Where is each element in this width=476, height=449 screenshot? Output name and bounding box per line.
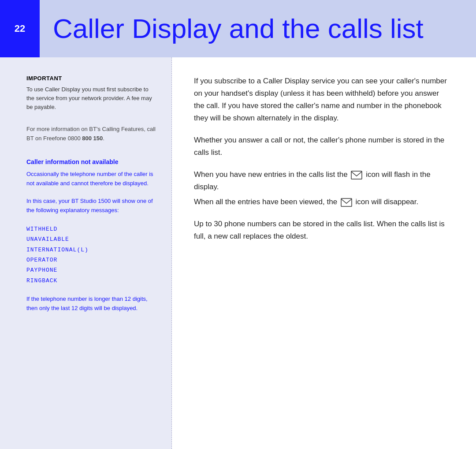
right-column: If you subscribe to a Caller Display ser… <box>172 57 476 449</box>
code-withheld: WITHHELD <box>26 224 156 234</box>
page-number: 22 <box>0 0 40 57</box>
svg-rect-0 <box>351 171 362 179</box>
code-payphone: PAYPHONE <box>26 265 156 275</box>
right-para-4: When all the entries have been viewed, t… <box>194 196 450 208</box>
code-ringback: RINGBACK <box>26 276 156 286</box>
important-text: To use Caller Display you must first sub… <box>26 85 156 112</box>
code-unavailable: UNAVAILABLE <box>26 234 156 244</box>
right-para-1: If you subscribe to a Caller Display ser… <box>194 75 450 124</box>
bt-info-text: For more information on BT's Calling Fea… <box>26 125 156 142</box>
left-column: IMPORTANT To use Caller Display you must… <box>0 57 172 449</box>
bt-number: 800 150 <box>82 135 103 142</box>
content-area: IMPORTANT To use Caller Display you must… <box>0 57 476 449</box>
para4-after: icon will disappear. <box>353 198 418 206</box>
code-operator: OPERATOR <box>26 255 156 265</box>
para4-before: When all the entries have been viewed, t… <box>194 198 339 206</box>
caller-info-text-2: In this case, your BT Studio 1500 will s… <box>26 197 156 215</box>
envelope-icon-2 <box>341 198 352 207</box>
telephone-note: If the telephone number is longer than 1… <box>26 295 156 313</box>
important-label: IMPORTANT <box>26 75 156 82</box>
bt-period: . <box>103 135 104 142</box>
right-para-5: Up to 30 phone numbers can be stored in … <box>194 218 450 243</box>
caller-info-heading: Caller information not available <box>26 158 156 165</box>
display-codes: WITHHELD UNAVAILABLE INTERNATIONAL(L) OP… <box>26 224 156 286</box>
right-para-3: When you have new entries in the calls l… <box>194 168 450 193</box>
envelope-icon-1 <box>351 171 362 180</box>
right-para-2: Whether you answer a call or not, the ca… <box>194 134 450 159</box>
page-title: Caller Display and the calls list <box>40 14 424 44</box>
code-international: INTERNATIONAL(L) <box>26 245 156 255</box>
caller-info-text-1: Occasionally the telephone number of the… <box>26 170 156 188</box>
para3-before: When you have new entries in the calls l… <box>194 170 350 179</box>
svg-rect-1 <box>341 198 352 206</box>
page-header: 22 Caller Display and the calls list <box>0 0 476 57</box>
